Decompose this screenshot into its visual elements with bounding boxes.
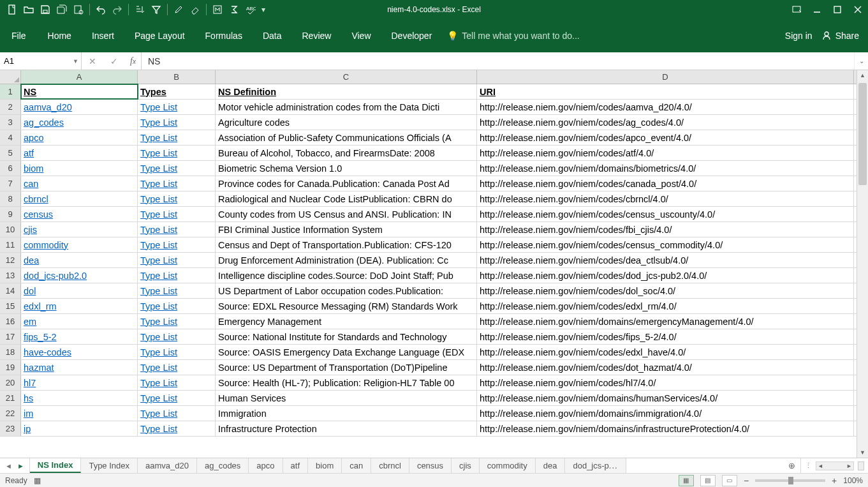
- ribbon-display-options-icon[interactable]: [786, 1, 807, 19]
- cell[interactable]: Type List: [138, 299, 216, 313]
- ns-link[interactable]: dod_jcs-pub2.0: [24, 271, 87, 281]
- view-page-break-icon[interactable]: ▭: [722, 475, 737, 486]
- cell[interactable]: Type List: [138, 283, 216, 298]
- new-sheet-button[interactable]: ⊕: [783, 458, 801, 473]
- cell[interactable]: Type List: [138, 421, 216, 436]
- cell[interactable]: URI: [477, 84, 854, 99]
- cell[interactable]: http://release.niem.gov/niem/codes/apco_…: [477, 130, 854, 145]
- cell[interactable]: http://release.niem.gov/niem/codes/fbi_c…: [477, 222, 854, 237]
- sheet-tab[interactable]: NS Index: [30, 458, 82, 473]
- column-header-d[interactable]: D: [477, 70, 854, 84]
- split-handle[interactable]: [858, 461, 864, 470]
- ns-link[interactable]: aamva_d20: [24, 102, 72, 112]
- sheet-tab[interactable]: biom: [308, 458, 342, 473]
- open-file-icon[interactable]: [20, 1, 37, 19]
- ribbon-tab-page-layout[interactable]: Page Layout: [124, 19, 195, 52]
- cell[interactable]: http://release.niem.gov/niem/codes/dea_c…: [477, 253, 854, 267]
- cell[interactable]: Type List: [138, 176, 216, 191]
- cell[interactable]: can: [21, 176, 138, 191]
- sheet-nav-prev-icon[interactable]: ◄: [5, 462, 12, 470]
- name-box-dropdown-icon[interactable]: ▼: [73, 58, 78, 64]
- view-page-layout-icon[interactable]: ▤: [700, 475, 716, 486]
- file-tab[interactable]: File: [0, 19, 38, 52]
- scroll-thumb[interactable]: [858, 83, 867, 185]
- cell[interactable]: Immigration: [216, 406, 477, 421]
- cell[interactable]: http://release.niem.gov/niem/codes/censu…: [477, 207, 854, 221]
- cell[interactable]: Type List: [138, 115, 216, 130]
- sheet-tab[interactable]: Type Index: [81, 458, 138, 473]
- ribbon-tab-view[interactable]: View: [341, 19, 381, 52]
- cell[interactable]: Type List: [138, 329, 216, 344]
- types-link[interactable]: Type List: [140, 209, 177, 220]
- cell[interactable]: cjis: [21, 222, 138, 237]
- spellcheck-icon[interactable]: ABC: [242, 1, 259, 19]
- cell[interactable]: ag_codes: [21, 115, 138, 130]
- cell[interactable]: Drug Enforcement Administration (DEA). P…: [216, 253, 477, 267]
- formula-expand-icon[interactable]: ⌄: [854, 52, 868, 70]
- sheet-tab[interactable]: ag_codes: [197, 458, 249, 473]
- sheet-tab[interactable]: can: [342, 458, 371, 473]
- ns-link[interactable]: hazmat: [24, 363, 54, 373]
- cell[interactable]: http://release.niem.gov/niem/codes/edxl_…: [477, 345, 854, 359]
- column-header-b[interactable]: B: [138, 70, 216, 84]
- save-all-icon[interactable]: [54, 1, 70, 19]
- cell[interactable]: Source: Health (HL-7); Publication: Reli…: [216, 375, 477, 390]
- cell[interactable]: Type List: [138, 100, 216, 114]
- row-header[interactable]: 14: [0, 283, 21, 298]
- row-header[interactable]: 19: [0, 360, 21, 375]
- sheet-tab[interactable]: cbrncl: [371, 458, 409, 473]
- cell[interactable]: Association of Public-Safety Communicati…: [216, 130, 477, 145]
- row-header[interactable]: 6: [0, 161, 21, 176]
- ns-link[interactable]: dol: [24, 286, 36, 296]
- vertical-scrollbar[interactable]: ▲ ▼: [857, 70, 868, 458]
- ns-link[interactable]: em: [24, 317, 36, 327]
- types-link[interactable]: Type List: [140, 117, 177, 128]
- cell[interactable]: http://release.niem.gov/niem/domains/inf…: [477, 421, 854, 436]
- ns-link[interactable]: edxl_rm: [24, 301, 57, 311]
- cell[interactable]: NS Definition: [216, 84, 477, 99]
- row-header[interactable]: 7: [0, 176, 21, 191]
- cell[interactable]: Type List: [138, 345, 216, 359]
- cell[interactable]: County codes from US Census and ANSI. Pu…: [216, 207, 477, 221]
- ns-link[interactable]: atf: [24, 148, 34, 158]
- cell[interactable]: Types: [138, 84, 216, 99]
- cell[interactable]: dea: [21, 253, 138, 267]
- sign-in-link[interactable]: Sign in: [785, 31, 813, 41]
- cell[interactable]: http://release.niem.gov/niem/codes/ag_co…: [477, 115, 854, 130]
- row-header[interactable]: 1: [0, 84, 21, 99]
- cell[interactable]: http://release.niem.gov/niem/codes/dol_s…: [477, 283, 854, 298]
- row-header[interactable]: 5: [0, 146, 21, 160]
- ns-link[interactable]: apco: [24, 133, 43, 143]
- maximize-icon[interactable]: [827, 1, 848, 19]
- name-box[interactable]: A1 ▼: [0, 52, 82, 70]
- cell[interactable]: apco: [21, 130, 138, 145]
- cell[interactable]: aamva_d20: [21, 100, 138, 114]
- types-link[interactable]: Type List: [140, 408, 177, 419]
- insert-function-icon[interactable]: fx: [125, 56, 141, 66]
- row-header[interactable]: 16: [0, 314, 21, 329]
- cell[interactable]: im: [21, 406, 138, 421]
- minimize-icon[interactable]: [807, 1, 827, 19]
- sheet-tab[interactable]: cjis: [452, 458, 480, 473]
- types-link[interactable]: Type List: [140, 301, 177, 311]
- cell[interactable]: http://release.niem.gov/niem/codes/edxl_…: [477, 299, 854, 313]
- cell[interactable]: Biometric Schema Version 1.0: [216, 161, 477, 176]
- formula-cancel-icon[interactable]: ✕: [82, 56, 103, 66]
- ns-link[interactable]: cbrncl: [24, 194, 48, 204]
- sheet-tab[interactable]: apco: [249, 458, 283, 473]
- row-header[interactable]: 12: [0, 253, 21, 267]
- ribbon-tab-review[interactable]: Review: [292, 19, 342, 52]
- cell[interactable]: http://release.niem.gov/niem/codes/canad…: [477, 176, 854, 191]
- ribbon-tab-insert[interactable]: Insert: [82, 19, 124, 52]
- cell[interactable]: fips_5-2: [21, 329, 138, 344]
- types-link[interactable]: Type List: [140, 102, 177, 112]
- formula-enter-icon[interactable]: ✓: [103, 56, 125, 66]
- sheet-tab[interactable]: dod_jcs-p ...: [565, 458, 626, 473]
- sheet-nav-next-icon[interactable]: ►: [17, 462, 24, 470]
- ns-link[interactable]: can: [24, 179, 38, 189]
- cell[interactable]: Type List: [138, 130, 216, 145]
- row-header[interactable]: 17: [0, 329, 21, 344]
- horizontal-scrollbar[interactable]: ◄►: [816, 461, 854, 470]
- cell[interactable]: Type List: [138, 207, 216, 221]
- cell[interactable]: Radiological and Nuclear Code ListPublic…: [216, 191, 477, 206]
